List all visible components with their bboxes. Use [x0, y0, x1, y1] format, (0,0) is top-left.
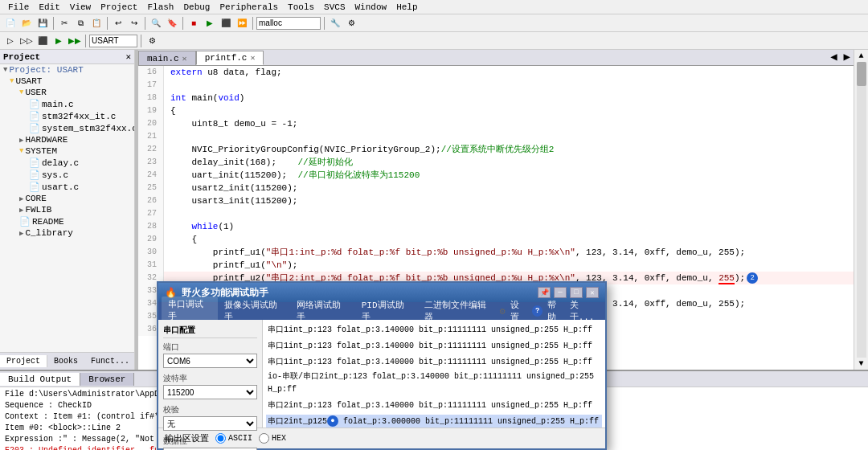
core-expand-icon: ▶ — [19, 194, 23, 203]
port-select[interactable]: COM6 — [163, 354, 257, 368]
menu-view[interactable]: View — [65, 2, 96, 12]
toolbar-step[interactable]: ⏩ — [235, 16, 249, 31]
project-tab[interactable]: Project — [0, 355, 47, 367]
tree-mainc[interactable]: 📄 main.c — [0, 98, 134, 110]
books-tab[interactable]: Books — [47, 355, 84, 367]
toolbar-search[interactable]: 🔍 — [149, 16, 163, 31]
tree-core-folder[interactable]: ▶ CORE — [0, 193, 134, 204]
toolbar-more1[interactable]: 🔧 — [328, 16, 342, 31]
toolbar2-stop[interactable]: ⬛ — [35, 34, 50, 48]
tree-system[interactable]: 📄 system_stm32f4xx.cc — [0, 122, 134, 134]
scroll-down-btn[interactable]: ▼ — [858, 359, 863, 368]
functs-tab[interactable]: Funct... — [84, 355, 136, 367]
right-scrollbar[interactable]: ▲ ▼ — [854, 50, 868, 370]
serial-line-3: 串口1int_p:123 folat_p:3.140000 bit_p:1111… — [266, 339, 602, 354]
panel-close-btn[interactable]: ✕ — [125, 51, 131, 62]
menu-flash[interactable]: Flash — [142, 2, 178, 12]
menu-edit[interactable]: Edit — [34, 2, 64, 12]
hex-radio-label: HEX — [259, 433, 286, 444]
port-field: 端口 COM6 — [163, 342, 257, 368]
scroll-thumb[interactable] — [857, 62, 866, 86]
code-line-30: 30 printf_u1("串口1:int_p:%d folat_p:%f bi… — [138, 246, 854, 259]
toolbar-new[interactable]: 📄 — [3, 16, 18, 31]
tree-user-folder[interactable]: ▼ USER — [0, 87, 134, 98]
toolbar-more2[interactable]: ⚙ — [344, 16, 358, 31]
code-line-24: 24 uart_init(115200); //串口初始化波特率为115200 — [138, 169, 854, 182]
toolbar-secondary: ▷ ▷▷ ⬛ ▶ ▶▶ ⚙ — [0, 32, 868, 50]
toolbar2-green1[interactable]: ▶ — [51, 34, 66, 48]
menu-debug[interactable]: Debug — [178, 2, 215, 12]
menu-window[interactable]: Window — [350, 2, 392, 12]
hex-radio[interactable] — [259, 433, 269, 444]
baud-label: 波特率 — [163, 373, 257, 384]
tab-printfc-close[interactable]: ✕ — [250, 53, 255, 63]
tree-fwlib-folder[interactable]: ▶ FWLIB — [0, 204, 134, 215]
menu-svcs[interactable]: SVCS — [319, 2, 350, 12]
toolbar-main: 📄 📂 💾 ✂ ⧉ 📋 ↩ ↪ 🔍 🔖 ■ ▶ ⬛ ⏩ 🔧 ⚙ — [0, 14, 868, 32]
tree-stm32it[interactable]: 📄 stm32f4xx_it.c — [0, 110, 134, 122]
scroll-up-btn[interactable]: ▲ — [858, 51, 863, 60]
ascii-radio[interactable] — [215, 433, 226, 444]
search-box[interactable] — [256, 17, 321, 30]
baud-select[interactable]: 115200 — [163, 385, 257, 399]
dialog-controls: 📌 ─ □ ✕ — [538, 287, 599, 298]
tree-usart[interactable]: 📄 usart.c — [0, 181, 134, 193]
toolbar-stop[interactable]: ⬛ — [219, 16, 233, 31]
toolbar-save[interactable]: 💾 — [35, 16, 50, 31]
toolbar-undo[interactable]: ↩ — [111, 16, 125, 31]
menu-project[interactable]: Project — [96, 2, 142, 12]
usartc-label: usart.c — [42, 182, 79, 192]
toolbar2-btn1[interactable]: ▷ — [3, 34, 18, 48]
menu-file[interactable]: File — [3, 2, 34, 12]
tab-scroll-left[interactable]: ◀ — [827, 48, 840, 65]
system-expand-icon: ▼ — [19, 147, 23, 155]
toolbar2-green2[interactable]: ▶▶ — [68, 34, 82, 48]
tab-mainc[interactable]: main.c ✕ — [138, 51, 196, 65]
toolbar-bookmark[interactable]: 🔖 — [165, 16, 179, 31]
tree-readme[interactable]: 📄 README — [0, 215, 134, 227]
menu-peripherals[interactable]: Peripherals — [215, 2, 283, 12]
tree-delay[interactable]: 📄 delay.c — [0, 157, 134, 169]
toolbar2-btn2[interactable]: ▷▷ — [19, 34, 34, 48]
dialog-minimize-btn[interactable]: ─ — [554, 287, 567, 298]
check-select[interactable]: 无 — [163, 416, 257, 431]
tree-clibrary-folder[interactable]: ▶ C_library — [0, 227, 134, 239]
fwlib-label: FWLIB — [25, 205, 51, 215]
debug-assistant-dialog: 🔥 野火多功能调试助手 📌 ─ □ ✕ 串口调试手 摄像头调试助手 网络调试助手… — [157, 281, 607, 450]
tab-scroll-right[interactable]: ▶ — [841, 48, 854, 65]
tree-usart-folder[interactable]: ▼ USART — [0, 76, 134, 87]
tab-printfc[interactable]: printf.c ✕ — [196, 51, 264, 65]
toolbar2-more[interactable]: ⚙ — [145, 34, 159, 48]
hardware-expand-icon: ▶ — [19, 136, 23, 145]
settings-icon: ⚙ — [499, 305, 505, 317]
tree-hardware-folder[interactable]: ▶ HARDWARE — [0, 134, 134, 145]
toolbar-run[interactable]: ▶ — [203, 16, 217, 31]
scroll-track[interactable] — [857, 62, 866, 358]
system-label: system_stm32f4xx.cc — [42, 124, 134, 133]
code-line-19: 19 { — [138, 104, 854, 117]
toolbar-redo[interactable]: ↪ — [127, 16, 141, 31]
code-line-16: 16 extern u8 data, flag; — [138, 66, 854, 79]
sep6 — [324, 17, 325, 30]
serial-line-8: 串口2int_p:123 folat_p:3.140000 bit_p:1111… — [266, 399, 602, 413]
browser-tab[interactable]: Browser — [80, 373, 134, 386]
tree-system-folder[interactable]: ▼ SYSTEM — [0, 145, 134, 157]
toolbar-build[interactable]: ■ — [186, 16, 201, 31]
hardware-label: HARDWARE — [25, 135, 68, 145]
tree-project-root[interactable]: ▼ Project: USART — [0, 64, 134, 76]
dialog-maximize-btn[interactable]: □ — [570, 287, 583, 298]
menu-tools[interactable]: Tools — [283, 2, 319, 12]
toolbar-paste[interactable]: 📋 — [89, 16, 104, 31]
menu-help[interactable]: Help — [391, 2, 422, 12]
dialog-pin-btn[interactable]: 📌 — [538, 287, 551, 298]
tree-sys[interactable]: 📄 sys.c — [0, 169, 134, 181]
toolbar-open[interactable]: 📂 — [19, 16, 34, 31]
check-field: 校验 无 — [163, 404, 257, 431]
help-icon[interactable]: ? — [532, 305, 543, 317]
usart-box[interactable] — [89, 35, 137, 47]
tab-mainc-close[interactable]: ✕ — [182, 54, 187, 63]
toolbar-copy[interactable]: ⧉ — [73, 16, 88, 31]
dialog-close-btn[interactable]: ✕ — [586, 287, 599, 298]
build-output-tab[interactable]: Build Output — [0, 373, 80, 386]
toolbar-cut[interactable]: ✂ — [57, 16, 72, 31]
